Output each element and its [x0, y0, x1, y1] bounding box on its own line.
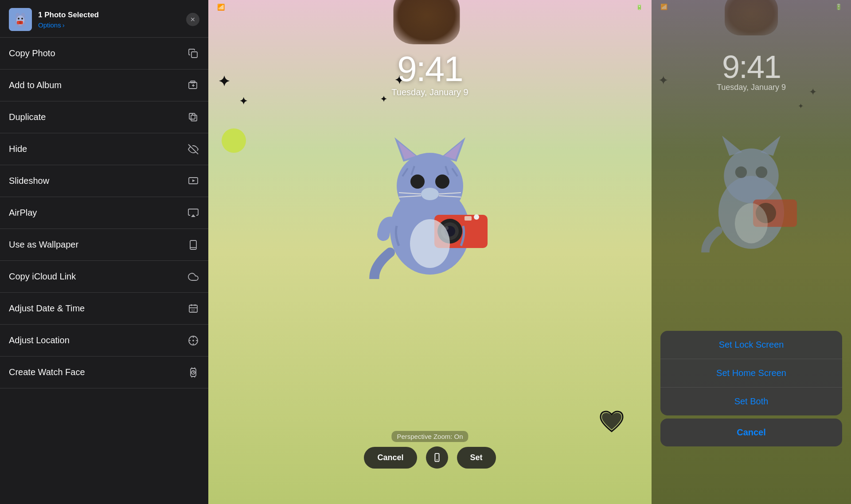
svg-point-52 — [410, 174, 425, 189]
menu-label-adjust-date-time: Adjust Date & Time — [9, 303, 85, 314]
wallpaper-cancel-button[interactable]: Cancel — [660, 419, 842, 446]
action-sheet-header: 1 Photo Selected Options › ✕ — [0, 0, 208, 38]
deco-blob-top — [394, 0, 460, 44]
svg-point-43 — [397, 153, 463, 219]
close-button[interactable]: ✕ — [186, 13, 199, 26]
svg-point-70 — [724, 148, 779, 203]
action-sheet: 1 Photo Selected Options › ✕ Copy Photo … — [0, 0, 208, 504]
phone-background: 📶 🔋 ✦ ✦ ✦ ✦ 9:41 Tuesday, January 9 — [208, 0, 652, 504]
menu-label-add-to-album: Add to Album — [9, 80, 62, 90]
menu-item-copy-photo[interactable]: Copy Photo — [0, 38, 208, 70]
set-lock-screen-button[interactable]: Set Lock Screen — [660, 331, 842, 359]
set-home-screen-button[interactable]: Set Home Screen — [660, 359, 842, 388]
hide-icon — [187, 143, 199, 155]
menu-label-copy-photo: Copy Photo — [9, 48, 55, 58]
menu-item-duplicate[interactable]: Duplicate — [0, 101, 208, 133]
datetime-icon: 12 — [187, 302, 199, 315]
svg-rect-11 — [191, 81, 195, 83]
wallpaper-icon — [187, 239, 199, 251]
add-to-album-icon — [187, 79, 199, 92]
date-text: Tuesday, January 9 — [391, 87, 468, 97]
cancel-button[interactable]: Cancel — [364, 447, 417, 469]
header-left: 1 Photo Selected Options › — [9, 8, 99, 31]
photo-thumbnail — [9, 8, 32, 31]
svg-marker-19 — [192, 179, 195, 182]
home-sparkle-3-icon: ✦ — [798, 102, 804, 110]
copy-photo-icon — [187, 47, 199, 60]
svg-point-64 — [474, 214, 479, 220]
bottom-actions: Cancel Set — [208, 446, 652, 469]
menu-item-copy-icloud-link[interactable]: Copy iCloud Link — [0, 261, 208, 293]
header-title: 1 Photo Selected — [38, 11, 99, 19]
wifi-icon: 📶 — [217, 4, 225, 11]
menu-label-create-watch-face: Create Watch Face — [9, 367, 85, 377]
menu-item-slideshow[interactable]: Slideshow — [0, 165, 208, 197]
heart-shape — [598, 409, 625, 438]
set-button[interactable]: Set — [457, 447, 496, 469]
home-screen-panel: ✦ ✦ ✦ 📶 🔋 9:41 Tuesday, January 9 Set Lo… — [652, 0, 851, 504]
svg-point-6 — [21, 18, 23, 19]
svg-point-54 — [421, 188, 439, 200]
svg-point-77 — [735, 203, 768, 244]
location-icon — [187, 334, 199, 347]
home-date-text: Tuesday, January 9 — [717, 83, 786, 92]
airplay-icon — [187, 207, 199, 219]
menu-item-hide[interactable]: Hide — [0, 133, 208, 165]
header-text-block: 1 Photo Selected Options › — [38, 11, 99, 29]
menu-label-duplicate: Duplicate — [9, 112, 46, 122]
menu-label-adjust-location: Adjust Location — [9, 335, 70, 345]
icloud-icon — [187, 271, 199, 283]
sparkle-1-icon: ✦ — [218, 74, 230, 89]
svg-point-74 — [756, 167, 767, 178]
wallpaper-cancel-label: Cancel — [737, 427, 766, 437]
svg-rect-14 — [191, 115, 197, 121]
svg-point-29 — [193, 340, 194, 341]
svg-marker-20 — [191, 214, 195, 217]
set-both-button[interactable]: Set Both — [660, 388, 842, 415]
svg-marker-72 — [761, 136, 781, 155]
svg-rect-65 — [465, 216, 472, 221]
deco-green-circle — [222, 128, 246, 153]
time-display: 9:41 Tuesday, January 9 — [391, 49, 468, 97]
menu-item-adjust-date-time[interactable]: Adjust Date & Time 12 — [0, 293, 208, 325]
svg-text:12: 12 — [191, 309, 195, 312]
slideshow-icon — [187, 175, 199, 187]
battery-icon: 🔋 — [636, 4, 643, 10]
svg-marker-71 — [722, 136, 742, 155]
menu-label-use-as-wallpaper: Use as Wallpaper — [9, 240, 78, 250]
time-text: 9:41 — [391, 49, 468, 89]
menu-item-add-to-album[interactable]: Add to Album — [0, 70, 208, 101]
svg-rect-21 — [190, 240, 196, 249]
home-wifi-icon: 📶 — [660, 4, 668, 10]
set-lock-screen-label: Set Lock Screen — [719, 340, 784, 349]
svg-point-5 — [18, 18, 20, 19]
home-cat-illustration — [689, 128, 813, 252]
watch-face-icon — [187, 366, 199, 379]
menu-label-slideshow: Slideshow — [9, 176, 49, 186]
svg-rect-9 — [191, 52, 197, 58]
menu-item-use-as-wallpaper[interactable]: Use as Wallpaper — [0, 229, 208, 261]
svg-point-66 — [410, 219, 450, 268]
status-right: 🔋 — [636, 4, 643, 10]
home-status-bar: 📶 🔋 — [652, 4, 851, 10]
wallpaper-menu: Set Lock Screen Set Home Screen Set Both — [660, 331, 842, 415]
phone-preview-panel: 📶 🔋 ✦ ✦ ✦ ✦ 9:41 Tuesday, January 9 — [208, 0, 652, 504]
svg-point-73 — [735, 167, 747, 178]
cat-illustration — [355, 128, 505, 279]
menu-label-hide: Hide — [9, 144, 27, 154]
svg-point-53 — [435, 174, 449, 189]
sparkle-4-icon: ✦ — [380, 95, 387, 103]
menu-item-create-watch-face[interactable]: Create Watch Face — [0, 357, 208, 388]
options-link[interactable]: Options › — [38, 21, 99, 29]
set-both-label: Set Both — [734, 396, 769, 406]
home-time-text: 9:41 — [717, 49, 786, 85]
menu-item-adjust-location[interactable]: Adjust Location — [0, 325, 208, 357]
zoom-label: Perspective Zoom: On — [391, 431, 468, 442]
phone-rotate-button[interactable] — [426, 446, 448, 469]
menu-label-copy-icloud-link: Copy iCloud Link — [9, 271, 76, 282]
svg-point-8 — [19, 21, 22, 24]
home-time-display: 9:41 Tuesday, January 9 — [717, 49, 786, 92]
home-battery-icon: 🔋 — [835, 4, 842, 10]
sparkle-2-icon: ✦ — [239, 97, 247, 106]
menu-item-airplay[interactable]: AirPlay — [0, 197, 208, 229]
